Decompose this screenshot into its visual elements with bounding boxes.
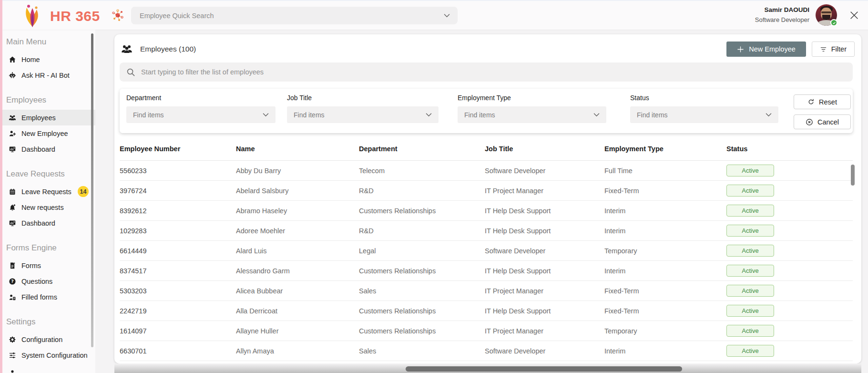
user-info[interactable]: Samir DAOUDI Software Developer xyxy=(755,4,837,26)
sidebar-item-label: Filled forms xyxy=(21,293,57,301)
new-employee-button[interactable]: New Employee xyxy=(726,41,806,57)
table-row[interactable]: 3976724Abelard SalsburyR&DIT Project Man… xyxy=(120,181,853,201)
column-header-name[interactable]: Name xyxy=(236,145,359,153)
table-row[interactable]: 1614097Allayne HullerCustomers Relations… xyxy=(120,321,853,341)
horizontal-scrollbar-thumb[interactable] xyxy=(406,366,682,372)
brand-name: HR 365 xyxy=(50,8,100,24)
filter-button[interactable]: Filter xyxy=(812,41,855,57)
table-row[interactable]: 6630701Allyn AmayaSalesSoftware Develope… xyxy=(120,341,853,361)
filter-label-status: Status xyxy=(630,94,649,102)
employee-list-search[interactable] xyxy=(120,62,853,82)
chevron-down-icon xyxy=(263,113,269,117)
filter-dropdown-status[interactable]: Find items xyxy=(630,106,778,123)
employee-list-search-input[interactable] xyxy=(140,68,846,76)
sidebar-item-label: Ask HR - AI Bot xyxy=(21,72,70,79)
sidebar-item-employees[interactable]: Employees xyxy=(2,110,95,125)
sidebar-item-dashboard[interactable]: Dashboard xyxy=(2,141,95,157)
table-row[interactable]: 8392612Abramo HaseleyCustomers Relations… xyxy=(120,201,853,221)
sidebar-item-configuration[interactable]: Configuration xyxy=(2,332,95,347)
filter-field-employment-type: Employment TypeFind items xyxy=(458,89,606,133)
question-icon: ? xyxy=(9,278,16,285)
cell-employment-type: Full Time xyxy=(604,167,726,175)
cell-job-title: Software Developer xyxy=(485,247,604,255)
bell-icon xyxy=(9,204,16,211)
sliders-icon xyxy=(9,352,16,359)
sidebar-item-label: System Configuration xyxy=(21,352,88,359)
sidebar-item-home[interactable]: Home xyxy=(2,52,95,67)
sidebar-item-system-configuration[interactable]: System Configuration xyxy=(2,347,95,363)
home-icon xyxy=(9,56,16,63)
plus-icon xyxy=(737,46,744,53)
cell-job-title: IT Help Desk Support xyxy=(485,227,604,235)
status-badge: Active xyxy=(726,205,774,217)
cell-name: Alessandro Garm xyxy=(236,267,359,275)
cell-employment-type: Interim xyxy=(604,267,726,275)
column-header-status[interactable]: Status xyxy=(726,145,853,153)
chevron-down-icon[interactable] xyxy=(444,13,450,18)
table-row[interactable]: 6614449Alard LuisLegalSoftware Developer… xyxy=(120,241,853,261)
employee-quick-search[interactable] xyxy=(131,7,458,24)
avatar[interactable] xyxy=(816,4,837,26)
filled-forms-icon xyxy=(9,293,16,301)
column-header-department[interactable]: Department xyxy=(359,145,485,153)
table-row[interactable]: 1029283Adoree MoehlerR&DIT Help Desk Sup… xyxy=(120,221,853,241)
cell-name: Alicea Bubbear xyxy=(236,287,359,295)
sidebar-section-title-employees: Employees xyxy=(6,95,95,105)
sidebar-item-new-employee[interactable]: New Employee xyxy=(2,125,95,141)
table-row[interactable]: 2242719Alla DerricoatCustomers Relations… xyxy=(120,301,853,321)
sidebar-item-questions[interactable]: ?Questions xyxy=(2,273,95,289)
topbar: HR 365 xyxy=(2,1,868,30)
sidebar-item-partial[interactable] xyxy=(2,365,95,373)
sidebar-item-leave-requests[interactable]: Leave Requests14 xyxy=(2,184,95,199)
sidebar-section-title-settings: Settings xyxy=(6,317,95,327)
cell-employee-number: 3976724 xyxy=(120,187,236,195)
column-header-employment-type[interactable]: Employment Type xyxy=(604,145,726,153)
dropdown-placeholder: Find items xyxy=(133,111,263,119)
column-header-employee-number[interactable]: Employee Number xyxy=(120,145,236,153)
page-title: Employees (100) xyxy=(140,45,196,53)
sidebar-item-label: New requests xyxy=(21,204,64,211)
table-row[interactable]: 5560233Abby Du BarryTelecomSoftware Deve… xyxy=(120,161,853,181)
cell-status: Active xyxy=(726,285,853,297)
filter-panel: DepartmentFind itemsJob TitleFind itemsE… xyxy=(120,89,853,133)
sidebar-item-forms[interactable]: Forms xyxy=(2,258,95,273)
chevron-down-icon xyxy=(593,113,600,117)
sidebar-item-ask-hr-ai-bot[interactable]: Ask HR - AI Bot xyxy=(2,67,95,83)
table-header: Employee NumberNameDepartmentJob TitleEm… xyxy=(120,137,853,161)
filter-dropdown-employment-type[interactable]: Find items xyxy=(458,106,606,123)
filter-dropdown-job-title[interactable]: Find items xyxy=(287,106,439,123)
reset-button[interactable]: Reset xyxy=(794,94,851,109)
cell-department: Customers Relationships xyxy=(359,307,485,315)
sidebar-item-label: New Employee xyxy=(21,130,68,137)
table-scrollbar-thumb[interactable] xyxy=(851,165,855,186)
filter-label-department: Department xyxy=(126,94,161,102)
close-icon[interactable] xyxy=(850,11,858,20)
dropdown-placeholder: Find items xyxy=(464,111,593,119)
people-icon xyxy=(121,43,133,55)
sidebar-item-dashbaord[interactable]: Dashbaord xyxy=(2,215,95,231)
cell-department: Sales xyxy=(359,287,485,295)
cell-department: Telecom xyxy=(359,167,485,175)
cancel-button[interactable]: Cancel xyxy=(794,114,851,129)
calendar-icon xyxy=(9,188,16,196)
table-row[interactable]: 8374517Alessandro GarmCustomers Relation… xyxy=(120,261,853,281)
cell-employment-type: Fixed-Term xyxy=(604,187,726,195)
cell-employee-number: 6630701 xyxy=(120,347,236,355)
cell-employee-number: 8374517 xyxy=(120,267,236,275)
filter-dropdown-department[interactable]: Find items xyxy=(126,106,276,123)
app-logo[interactable]: HR 365 xyxy=(20,3,100,30)
column-header-job-title[interactable]: Job Title xyxy=(485,145,604,153)
cell-job-title: Software Developer xyxy=(485,347,604,355)
person-add-icon xyxy=(9,130,16,137)
table-row[interactable]: 5303203Alicea BubbearSalesIT Project Man… xyxy=(120,281,853,301)
cell-job-title: IT Project Manager xyxy=(485,287,604,295)
employee-quick-search-input[interactable] xyxy=(131,12,444,20)
sidebar-item-label: Leave Requests xyxy=(21,188,71,196)
sidebar-item-filled-forms[interactable]: Filled forms xyxy=(2,289,95,305)
molecule-icon[interactable] xyxy=(111,9,124,22)
form-icon xyxy=(9,262,16,269)
sidebar-scrollbar-thumb[interactable] xyxy=(91,33,93,347)
sidebar-item-new-requests[interactable]: New requests xyxy=(2,199,95,215)
employees-panel: Employees (100) New Employee Filter xyxy=(114,34,861,363)
dropdown-placeholder: Find items xyxy=(294,111,426,119)
